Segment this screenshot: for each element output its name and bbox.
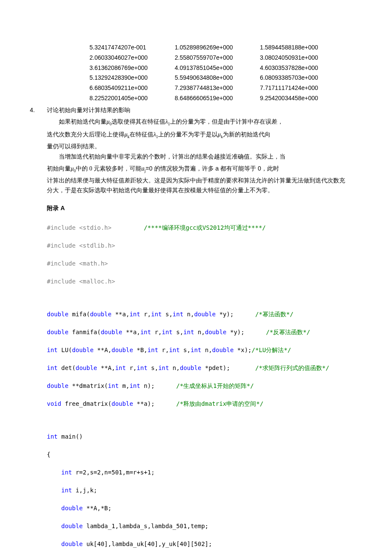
table-row: 3.61362086769e+0004.09137851045e+0004.60…: [89, 63, 345, 73]
numeric-table: 5.32417474207e-0011.05289896269e+0001.58…: [89, 43, 345, 104]
table-row: 8.22522001405e+0008.64866606519e+0009.25…: [89, 93, 345, 104]
paragraph: 量仍可以得到结果。: [47, 142, 345, 152]
paragraph: 如果初始迭代向量μ0选取使得其在特征值λ1上的分量为零，但是由于计算中存在误差，: [47, 116, 345, 129]
code-block: #include <stdio.h> /****编译环境gcc或VS2012均可…: [47, 214, 345, 555]
table-row: 6.68035409211e+0007.29387744813e+0007.71…: [89, 83, 345, 93]
table-row: 5.32417474207e-0011.05289896269e+0001.58…: [89, 43, 345, 53]
paragraph: 初始向量μ0中的 0 元素较多时，可能aj=0 的情况较为普遍，许多 a 都有可…: [47, 162, 345, 176]
section-4-heading: 4. 讨论初始向量对计算结果的影响: [30, 105, 345, 116]
section-number: 4.: [30, 105, 47, 116]
table-row: 5.13292428390e+0005.59490634808e+0006.08…: [89, 73, 345, 83]
appendix-heading: 附录 A: [47, 203, 345, 214]
section-title: 讨论初始向量对计算结果的影响: [47, 105, 130, 116]
paragraph: 迭代次数充分大后理论上使得μk在特征值λ1上的分量不为零于是以μk为新的初始迭代…: [47, 128, 345, 142]
table-row: 2.06033046027e+0002.55807559707e+0003.08…: [89, 53, 345, 63]
paragraph: 当增加迭代初始向量中非零元素的个数时，计算出的结果会越接近准确值。实际上，当: [47, 152, 345, 162]
paragraph: 计算出的结果便与最大特征值差距较大。这是因为实际中由于精度的要求和算法允许的计算…: [47, 176, 345, 196]
